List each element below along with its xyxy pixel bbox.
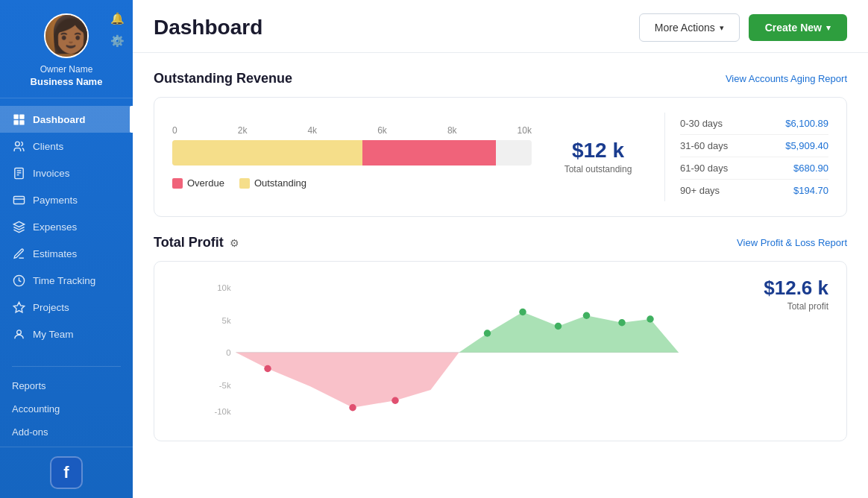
business-name: Business Name <box>31 76 103 87</box>
total-outstanding-amount: $12 k <box>550 139 647 163</box>
profit-point-5 <box>618 319 626 327</box>
profit-card-inner: 10k 5k 0 -5k -10k <box>172 277 828 426</box>
main-nav: Dashboard Clients Invoices Payments Expe… <box>0 98 133 362</box>
sidebar-item-time-tracking[interactable]: Time Tracking <box>0 267 133 294</box>
view-profit-loss-link[interactable]: View Profit & Loss Report <box>737 237 847 248</box>
aging-value-31-60: $5,909.40 <box>785 140 828 151</box>
aging-value-61-90: $680.90 <box>793 163 828 174</box>
svg-text:5k: 5k <box>222 316 231 325</box>
svg-rect-0 <box>13 114 18 119</box>
my-team-icon <box>12 327 25 341</box>
profit-total-label: Total profit <box>746 301 828 312</box>
profit-section-header: Total Profit ⚙ <box>154 235 239 250</box>
sidebar-item-add-ons-label: Add-ons <box>12 426 48 438</box>
axis-label-0: 0 <box>172 125 177 136</box>
avatar-image <box>45 15 87 57</box>
aging-days-0-30: 0-30 days <box>680 118 723 129</box>
view-accounts-aging-link[interactable]: View Accounts Aging Report <box>726 73 847 84</box>
total-profit-section: Total Profit ⚙ View Profit & Loss Report… <box>154 235 847 441</box>
sidebar-item-invoices-label: Invoices <box>33 168 70 179</box>
dashboard-icon <box>12 113 25 126</box>
profit-point-6 <box>647 315 654 323</box>
sidebar-item-my-team[interactable]: My Team <box>0 321 133 347</box>
projects-icon <box>12 300 25 314</box>
profit-total-amount: $12.6 k <box>746 277 828 300</box>
sidebar-item-invoices[interactable]: Invoices <box>0 160 133 186</box>
sidebar-item-clients-label: Clients <box>33 141 63 152</box>
bar-chart-right: $12 k Total outstanding <box>550 139 647 174</box>
sidebar-item-add-ons[interactable]: Add-ons <box>0 420 133 444</box>
aging-value-0-30: $6,100.89 <box>785 118 828 129</box>
create-new-button[interactable]: Create New ▾ <box>749 14 847 41</box>
sidebar: 🔔 ⚙️ Owner Name Business Name Dashboard … <box>0 0 133 498</box>
sidebar-item-expenses-label: Expenses <box>33 221 77 233</box>
sidebar-item-payments[interactable]: Payments <box>0 186 133 213</box>
svg-rect-9 <box>13 196 24 204</box>
svg-rect-3 <box>19 120 24 125</box>
total-profit-title: Total Profit <box>154 235 224 250</box>
create-new-label: Create New <box>765 22 822 34</box>
svg-text:-5k: -5k <box>219 381 231 390</box>
profit-filter-icon[interactable]: ⚙ <box>230 237 239 249</box>
profit-point-2 <box>519 309 526 316</box>
sidebar-item-accounting[interactable]: Accounting <box>0 397 133 420</box>
profit-point-4 <box>583 312 591 320</box>
outstanding-revenue-header: Outstanding Revenue View Accounts Aging … <box>154 71 847 86</box>
profit-area <box>459 312 679 353</box>
more-actions-chevron-icon: ▾ <box>720 23 724 33</box>
svg-text:10k: 10k <box>217 283 231 292</box>
aging-row-0-30: 0-30 days $6,100.89 <box>680 113 828 135</box>
aging-days-90-plus: 90+ days <box>680 185 720 196</box>
page-title: Dashboard <box>154 16 262 40</box>
loss-point-3 <box>391 397 399 405</box>
sidebar-icon-group: 🔔 ⚙️ <box>109 10 125 49</box>
content-area: Outstanding Revenue View Accounts Aging … <box>133 53 868 459</box>
clients-icon <box>12 139 25 153</box>
axis-label-8k: 8k <box>447 125 457 136</box>
sidebar-profile: 🔔 ⚙️ Owner Name Business Name <box>0 0 133 98</box>
loss-point-2 <box>349 404 356 412</box>
main-header: Dashboard More Actions ▾ Create New ▾ <box>133 0 868 53</box>
notification-icon[interactable]: 🔔 <box>109 10 125 27</box>
bar-overdue <box>362 140 495 166</box>
sidebar-bottom-nav: Reports Accounting Add-ons <box>0 371 133 447</box>
loss-area <box>236 353 459 408</box>
sidebar-item-clients[interactable]: Clients <box>0 133 133 160</box>
profit-chart-svg: 10k 5k 0 -5k -10k <box>172 277 732 418</box>
sidebar-item-accounting-label: Accounting <box>12 403 60 415</box>
profit-chart-wrap: 10k 5k 0 -5k -10k <box>172 277 732 426</box>
axis-label-2k: 2k <box>238 125 248 136</box>
bar-track <box>172 140 532 166</box>
sidebar-item-estimates-label: Estimates <box>33 248 77 259</box>
bar-outstanding <box>172 140 362 166</box>
aging-table: 0-30 days $6,100.89 31-60 days $5,909.40… <box>664 113 828 201</box>
more-actions-button[interactable]: More Actions ▾ <box>639 13 740 42</box>
outstanding-dot <box>239 178 250 189</box>
axis-label-4k: 4k <box>307 125 317 136</box>
profit-total-wrap: $12.6 k Total profit <box>746 277 828 312</box>
main-content: Dashboard More Actions ▾ Create New ▾ Ou… <box>133 0 868 498</box>
svg-text:-10k: -10k <box>214 407 230 416</box>
invoices-icon <box>12 166 25 180</box>
aging-days-61-90: 61-90 days <box>680 163 728 174</box>
sidebar-item-reports[interactable]: Reports <box>0 374 133 397</box>
sidebar-item-projects-label: Projects <box>33 302 69 313</box>
sidebar-item-expenses[interactable]: Expenses <box>0 213 133 240</box>
header-actions: More Actions ▾ Create New ▾ <box>639 13 847 42</box>
sidebar-item-estimates[interactable]: Estimates <box>0 240 133 267</box>
avatar <box>44 13 89 58</box>
loss-point-1 <box>264 365 271 373</box>
create-new-chevron-icon: ▾ <box>826 23 831 33</box>
svg-marker-12 <box>13 302 24 312</box>
bar-chart-left: 0 2k 4k 6k 8k 10k <box>172 125 532 189</box>
svg-rect-2 <box>13 120 18 125</box>
freshbooks-logo: f <box>50 456 83 489</box>
outstanding-revenue-title: Outstanding Revenue <box>154 71 292 86</box>
axis-label-6k: 6k <box>377 125 387 136</box>
sidebar-item-dashboard[interactable]: Dashboard <box>0 106 133 133</box>
axis-label-10k: 10k <box>518 125 532 136</box>
logo-text: f <box>63 463 69 482</box>
sidebar-item-projects[interactable]: Projects <box>0 294 133 321</box>
total-profit-header: Total Profit ⚙ View Profit & Loss Report <box>154 235 847 250</box>
settings-icon[interactable]: ⚙️ <box>109 33 125 49</box>
